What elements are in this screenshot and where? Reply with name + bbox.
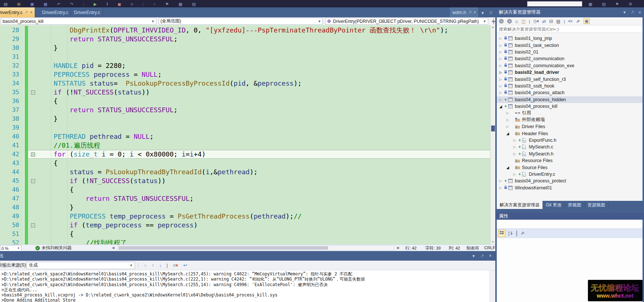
chevron-collapsed-icon[interactable]: ▷ (505, 125, 510, 128)
chevron-collapsed-icon[interactable]: ▷ (498, 44, 503, 47)
bottom-tab-2[interactable]: 类视图 (565, 201, 585, 209)
code-line-44[interactable]: 44 status = PsLookupThreadByThreadId(i,&… (0, 168, 490, 176)
categorized-icon[interactable] (498, 230, 505, 237)
close-icon[interactable]: × (489, 253, 492, 258)
chevron-collapsed-icon[interactable]: ▷ (512, 145, 517, 149)
tree-item-basis01_task_section[interactable]: ▷basis01_task_section (497, 42, 643, 48)
clear-all-icon[interactable]: ≡× (173, 263, 178, 268)
tree-item-basis04_process_hidden[interactable]: ▷+basis04_process_hidden (497, 96, 643, 103)
find-icon[interactable]: ○ (153, 0, 161, 7)
output-log[interactable]: >D:\related_c\work_space2\WindowsKernel0… (0, 270, 489, 302)
solution-explorer-toolbar[interactable]: ‹›⌂◫|◷▾⇄⊟▤|<>▣ (497, 17, 643, 25)
tab-driverentry.c-2[interactable]: DriverEntry.c (71, 7, 103, 17)
chevron-collapsed-icon[interactable]: ▷ (505, 118, 510, 122)
show-all-files-icon[interactable]: ▤ (556, 19, 560, 24)
editor-vertical-scrollbar[interactable]: ▲ ▼ (490, 25, 495, 244)
tree-item-windowskernel01[interactable]: ▷WindowsKernel01 (497, 185, 643, 191)
code-line-28[interactable]: 28 DbgPrintEx(DPFLTR_IHVVIDEO_ID, 0, "[y… (0, 26, 490, 35)
scroll-left-icon[interactable]: ◀ (112, 246, 114, 250)
code-line-29[interactable]: 29 return STATUS_UNSUCCESSFUL; (0, 35, 490, 44)
properties-title-bar[interactable]: 属性 (495, 213, 644, 220)
chevron-collapsed-icon[interactable]: ▷ (498, 179, 503, 183)
chevron-collapsed-icon[interactable]: ▷ (512, 172, 517, 176)
chevron-collapsed-icon[interactable]: ▷ (498, 84, 503, 88)
search-input[interactable] (497, 27, 643, 31)
scrollbar-thumb[interactable] (118, 246, 328, 250)
gear-icon[interactable]: ⚙ (489, 10, 493, 15)
code-line-40[interactable]: 40 PETHREAD pethread = NULL; (0, 132, 490, 141)
tree-item-basis02_01[interactable]: ▷basis02_01 (497, 49, 643, 55)
quick-launch-box[interactable] (527, 1, 582, 7)
code-line-36[interactable]: 36 { (0, 97, 490, 106)
wrench-icon[interactable] (520, 231, 525, 236)
view-code-icon[interactable]: <> (568, 19, 573, 23)
code-line-37[interactable]: 37 return STATUS_UNSUCCESSFUL; (0, 106, 490, 114)
pause-icon[interactable]: ‖ (106, 0, 113, 7)
code-line-48[interactable]: 48 } (0, 203, 490, 212)
line-number[interactable]: 31 (0, 52, 22, 61)
project-dropdown[interactable]: basis04_process_kill ▼ (1, 18, 156, 25)
tree-item-basis02_communication_exe[interactable]: ▷basis02_communication_exe (497, 62, 643, 69)
start-icon[interactable]: ▶ (94, 0, 101, 7)
chevron-expanded-icon[interactable]: ◢ (505, 165, 510, 169)
new-file-icon[interactable]: ▤ (4, 0, 12, 7)
output-toolbar-icons[interactable]: ○↑↓|≡×↩ (141, 262, 190, 268)
code-line-32[interactable]: 32 HANDLE pid = 2280; (0, 61, 490, 70)
chevron-collapsed-icon[interactable]: ▷ (498, 98, 503, 102)
pin-icon[interactable]: ⊤ (480, 253, 485, 258)
code-line-41[interactable]: 41 //01.遍历线程 (0, 141, 490, 150)
code-line-43[interactable]: 43 { (0, 159, 490, 168)
tree-item-basis04_process_kill[interactable]: ◢+basis04_process_kill (497, 103, 643, 110)
tree-item-resource-files[interactable]: Resource Files (497, 157, 643, 164)
line-number[interactable]: 44 (0, 168, 22, 176)
line-number[interactable]: 38 (0, 114, 22, 123)
tab-driverentry.c-1[interactable]: DriverEntry.c (39, 7, 71, 17)
code-line-46[interactable]: 46 { (0, 185, 490, 194)
next-message-icon[interactable]: ↓ (159, 263, 161, 268)
zoom-dropdown[interactable]: 0 % ▼ (0, 245, 21, 251)
chevron-collapsed-icon[interactable]: ▷ (498, 37, 503, 40)
tab-list-chevron-icon[interactable]: ▼ (481, 11, 485, 15)
line-number[interactable]: 49 (0, 212, 22, 221)
chevron-collapsed-icon[interactable]: ▷ (505, 111, 510, 115)
close-icon[interactable]: × (473, 10, 476, 14)
open-file-icon[interactable]: ⊞ (17, 0, 25, 7)
code-line-35[interactable]: 35- if (!NT_SUCCESS(status)) (0, 88, 490, 97)
line-number[interactable]: 39 (0, 123, 22, 132)
prev-message-icon[interactable]: ↑ (152, 263, 154, 268)
chevron-collapsed-icon[interactable]: ▷ (512, 152, 517, 156)
line-number[interactable]: 50 (0, 221, 22, 230)
chevron-collapsed-icon[interactable]: ▷ (498, 71, 503, 74)
find-icon[interactable]: ○ (144, 263, 147, 268)
tree-item-basis04_process_attach[interactable]: ▷basis04_process_attach (497, 89, 643, 96)
line-number[interactable]: 51 (0, 230, 22, 238)
code-line-45[interactable]: 45- if (!NT_SUCCESS(status)) (0, 176, 490, 185)
code-line-49[interactable]: 49 PEPROCESS temp_peprocess = PsGetThrea… (0, 212, 490, 221)
tree-item-basis03_ssdt_hook[interactable]: ▷basis03_ssdt_hook (497, 83, 643, 89)
wrench-icon[interactable] (576, 19, 580, 24)
document-health-indicator[interactable]: ✓ 未找到相关问题 (35, 245, 72, 251)
line-number[interactable]: 28 (0, 26, 22, 35)
close-icon[interactable]: × (638, 10, 641, 15)
editor-horizontal-scrollbar[interactable] (117, 246, 395, 250)
bottom-tab-0[interactable]: 解决方案资源管理器 (497, 201, 543, 209)
word-wrap-icon[interactable]: ↩ (183, 263, 187, 268)
line-number[interactable]: 32 (0, 61, 22, 70)
bottom-tab-1[interactable]: Git 更改 (543, 201, 565, 209)
chevron-collapsed-icon[interactable]: ▷ (498, 78, 503, 81)
preview-selected-icon[interactable]: ▣ (583, 18, 589, 24)
code-line-34[interactable]: 34 NTSTATUS status= PsLookupProcessByPro… (0, 79, 490, 88)
line-number[interactable]: 40 (0, 132, 22, 141)
tree-item-mysearch-h[interactable]: ▷+hMySearch.h (497, 151, 643, 157)
code-line-52[interactable]: 52 //找到线程了 (0, 238, 490, 244)
line-number[interactable]: 33 (0, 70, 22, 79)
output-scrollbar[interactable] (489, 270, 495, 302)
line-number[interactable]: 52 (0, 238, 22, 244)
chevron-down-icon[interactable]: ▼ (623, 10, 626, 14)
line-number[interactable]: 45 (0, 176, 22, 185)
bottom-tab-3[interactable]: 资源视图 (585, 201, 609, 209)
save-all-icon[interactable]: ▦ (44, 0, 52, 7)
save-icon[interactable]: ▣ (30, 0, 39, 7)
solution-explorer-title-bar[interactable]: 解决方案资源管理器 ▼ ⊤ × (495, 7, 644, 17)
line-number[interactable]: 35 (0, 88, 22, 97)
